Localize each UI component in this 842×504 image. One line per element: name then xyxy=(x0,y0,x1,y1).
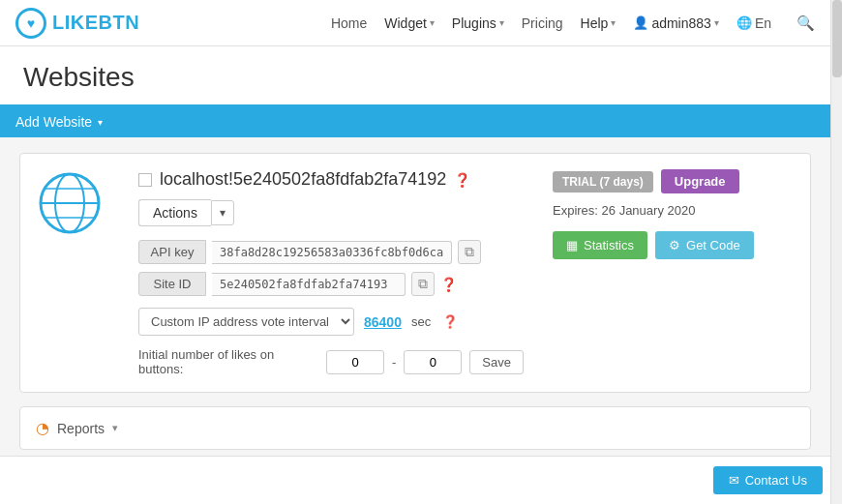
contact-bar: ✉ Contact Us xyxy=(0,456,842,504)
actions-caret-icon: ▾ xyxy=(220,206,226,220)
user-icon: 👤 xyxy=(633,15,648,30)
widget-caret-icon: ▾ xyxy=(430,17,435,28)
brand-text: LIKEBTN xyxy=(52,12,139,34)
add-website-caret-icon: ▾ xyxy=(98,117,103,128)
nav-widget[interactable]: Widget ▾ xyxy=(384,15,435,31)
page-title-section: Websites xyxy=(0,46,830,106)
nav-lang[interactable]: 🌐 En xyxy=(737,15,771,31)
navbar: ♥ LIKEBTN Home Widget ▾ Plugins ▾ Pricin… xyxy=(0,0,830,46)
reports-bar[interactable]: ◔ Reports ▾ xyxy=(19,406,811,450)
gear-icon: ⚙ xyxy=(669,238,680,252)
heart-icon: ♥ xyxy=(27,15,35,31)
trial-days: (7 days) xyxy=(599,175,643,189)
interval-row: Custom IP address vote interval 86400 se… xyxy=(138,308,458,336)
api-key-label: API key xyxy=(138,240,206,264)
site-id-label: Site ID xyxy=(138,272,206,296)
help-caret-icon: ▾ xyxy=(611,17,616,28)
action-buttons: ▦ Statistics ⚙ Get Code xyxy=(553,231,754,259)
nav-home[interactable]: Home xyxy=(331,15,367,31)
getcode-label: Get Code xyxy=(686,238,740,252)
statistics-label: Statistics xyxy=(584,238,634,252)
mail-icon: ✉ xyxy=(729,473,739,488)
card-left: localhost!5e240502fa8fdfab2fa74192 ❓ Act… xyxy=(138,169,524,376)
site-title-row: localhost!5e240502fa8fdfab2fa74192 ❓ xyxy=(138,169,470,190)
api-key-copy-button[interactable]: ⧉ xyxy=(458,240,481,264)
interval-unit: sec xyxy=(411,314,431,329)
site-checkbox[interactable] xyxy=(138,173,152,187)
scrollbar-thumb[interactable] xyxy=(832,0,842,77)
likes-to-input[interactable] xyxy=(404,350,462,374)
nav-pricing[interactable]: Pricing xyxy=(522,15,563,31)
nav-user[interactable]: 👤 admin883 ▾ xyxy=(633,15,719,31)
plugins-caret-icon: ▾ xyxy=(499,17,504,28)
contact-button[interactable]: ✉ Contact Us xyxy=(713,466,823,494)
contact-label: Contact Us xyxy=(745,473,807,488)
likes-row: Initial number of likes on buttons: - Sa… xyxy=(138,347,524,376)
getcode-button[interactable]: ⚙ Get Code xyxy=(655,231,754,259)
site-id-row: Site ID 5e240502fa8fdfab2fa74193 ⧉ ❓ xyxy=(138,272,457,296)
user-caret-icon: ▾ xyxy=(714,17,719,28)
actions-button[interactable]: Actions xyxy=(138,199,211,226)
interval-select[interactable]: Custom IP address vote interval xyxy=(138,308,354,336)
nav-links: Home Widget ▾ Plugins ▾ Pricing Help ▾ 👤… xyxy=(331,15,815,32)
add-website-bar: Add Website ▾ xyxy=(0,106,830,137)
trial-badge: TRIAL (7 days) xyxy=(553,171,653,193)
actions-group: Actions ▾ xyxy=(138,199,234,226)
likes-label: Initial number of likes on buttons: xyxy=(138,347,318,376)
trial-row: TRIAL (7 days) Upgrade xyxy=(553,169,739,193)
api-key-row: API key 38fa8d28c19256583a0336fc8bf0d6ca… xyxy=(138,240,481,264)
scrollbar[interactable] xyxy=(830,0,842,504)
site-help-icon[interactable]: ❓ xyxy=(454,172,470,188)
website-globe-icon xyxy=(36,169,104,237)
brand: ♥ LIKEBTN xyxy=(15,8,139,39)
search-icon[interactable]: 🔍 xyxy=(797,15,815,32)
nav-plugins[interactable]: Plugins ▾ xyxy=(452,15,504,31)
statistics-button[interactable]: ▦ Statistics xyxy=(553,231,647,259)
reports-label: Reports xyxy=(57,421,105,436)
site-id-help-icon[interactable]: ❓ xyxy=(440,277,457,292)
page-title: Websites xyxy=(23,62,807,93)
website-card: localhost!5e240502fa8fdfab2fa74192 ❓ Act… xyxy=(19,153,811,393)
interval-help-icon[interactable]: ❓ xyxy=(442,314,458,329)
card-right: TRIAL (7 days) Upgrade Expires: 26 Janua… xyxy=(543,169,795,376)
api-key-value: 38fa8d28c19256583a0336fc8bf0d6ca xyxy=(212,241,452,264)
globe-icon: 🌐 xyxy=(737,15,752,30)
site-name: localhost!5e240502fa8fdfab2fa74192 xyxy=(160,169,446,190)
likes-from-input[interactable] xyxy=(326,350,384,374)
trial-label: TRIAL xyxy=(562,175,596,189)
main-content: localhost!5e240502fa8fdfab2fa74192 ❓ Act… xyxy=(0,137,830,465)
site-id-value: 5e240502fa8fdfab2fa74193 xyxy=(212,273,406,296)
nav-help[interactable]: Help ▾ xyxy=(581,15,616,31)
logo-icon: ♥ xyxy=(15,8,46,39)
site-id-copy-button[interactable]: ⧉ xyxy=(411,272,435,296)
add-website-button[interactable]: Add Website ▾ xyxy=(15,114,103,130)
expires-text: Expires: 26 January 2020 xyxy=(553,203,695,218)
actions-caret-button[interactable]: ▾ xyxy=(211,200,234,225)
reports-caret-icon: ▾ xyxy=(112,422,118,434)
add-website-label: Add Website xyxy=(15,114,92,130)
likes-dash: - xyxy=(392,355,396,370)
upgrade-button[interactable]: Upgrade xyxy=(661,169,739,193)
interval-value[interactable]: 86400 xyxy=(364,314,402,330)
reports-pie-icon: ◔ xyxy=(36,419,49,437)
save-button[interactable]: Save xyxy=(469,350,524,374)
stats-grid-icon: ▦ xyxy=(566,238,578,252)
